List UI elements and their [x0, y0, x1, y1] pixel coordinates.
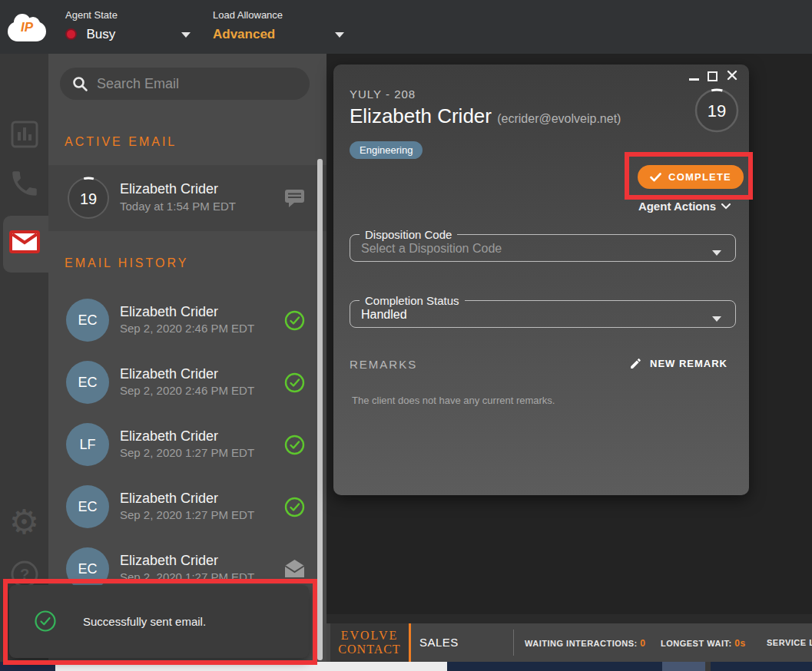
search-input[interactable] [60, 68, 310, 100]
history-name: Elizabeth Crider [120, 491, 218, 507]
load-allowance-caret-icon[interactable] [335, 32, 344, 38]
history-name: Elizabeth Crider [120, 304, 218, 320]
sidebar-item-dashboard[interactable] [0, 120, 48, 149]
agent-actions-menu[interactable]: Agent Actions [638, 200, 731, 213]
bar-chart-icon [10, 120, 39, 149]
agent-state-caret-icon[interactable] [181, 32, 191, 38]
completed-check-icon [284, 435, 305, 455]
divider [513, 630, 514, 656]
chat-bubble-icon [284, 189, 305, 208]
email-history-row[interactable]: EC Elizabeth Crider Sep 2, 2020 1:27 PM … [48, 476, 326, 538]
chevron-down-icon [721, 203, 731, 210]
history-time: Sep 2, 2020 1:27 PM EDT [120, 508, 254, 521]
logo-text: IP [8, 20, 46, 35]
client-email: (ecrider@evolveip.net) [497, 112, 621, 125]
stat-label: SERVICE LEV [767, 638, 812, 647]
brand-line1: EVOLVE [341, 629, 399, 643]
sidebar-item-email[interactable] [0, 230, 48, 254]
success-toast: Successfully sent email. [9, 585, 309, 658]
desktop-edge-strip [0, 662, 812, 671]
email-history-row[interactable]: LF Elizabeth Crider Sep 2, 2020 1:27 PM … [48, 414, 326, 476]
success-check-icon [34, 610, 57, 633]
phone-icon [8, 167, 41, 200]
panel-scrollbar[interactable] [317, 159, 323, 660]
waiting-interactions-stat: WAITING INTERACTIONS: 0 [525, 638, 646, 649]
active-email-timer-value: 19 [66, 190, 111, 208]
active-email-section-title: ACTIVE EMAIL [65, 135, 177, 149]
evolveip-cloud-logo: IP [8, 12, 46, 41]
active-email-timer-badge: 19 [66, 176, 111, 220]
evolve-contact-logo: EVOLVE CONTACT [330, 623, 409, 662]
email-history-row[interactable]: EC Elizabeth Crider Sep 2, 2020 2:46 PM … [48, 289, 326, 352]
complete-button[interactable]: COMPLETE [638, 165, 744, 189]
email-list-panel: ACTIVE EMAIL 19 Elizabeth Crider Today a… [48, 54, 326, 662]
active-email-time: Today at 1:54 PM EDT [120, 200, 236, 213]
completed-check-icon [284, 497, 305, 517]
completion-status-dropdown[interactable]: Completion Status Handled [350, 294, 736, 328]
stat-value: 0s [734, 638, 745, 649]
agent-actions-label: Agent Actions [638, 200, 716, 213]
toast-message: Successfully sent email. [83, 615, 206, 628]
completion-status-value: Handled [350, 307, 735, 322]
dropdown-caret-icon [712, 316, 721, 322]
complete-button-label: COMPLETE [668, 171, 731, 183]
supervisor-status-bar: EVOLVE CONTACT SALES WAITING INTERACTION… [326, 623, 812, 662]
email-history-section-title: EMAIL HISTORY [65, 256, 188, 270]
queue-label: YULY - 208 [350, 88, 416, 101]
dropdown-caret-icon [712, 250, 721, 256]
department-tag: Engineering [350, 141, 423, 159]
new-remark-button[interactable]: NEW REMARK [629, 357, 727, 370]
completed-check-icon [284, 310, 305, 331]
avatar: EC [66, 361, 109, 404]
close-icon[interactable] [727, 70, 737, 81]
agent-desktop-app: IP Agent State Busy Load Allowance Advan… [0, 0, 812, 671]
agent-state-value: Busy [86, 27, 115, 41]
svg-text:?: ? [19, 566, 28, 583]
statusbar-top-strip [326, 614, 812, 623]
sidebar-item-calls[interactable] [0, 167, 48, 200]
avatar: EC [66, 299, 109, 342]
history-name: Elizabeth Crider [120, 553, 218, 569]
interaction-timer-value: 19 [694, 101, 740, 121]
history-time: Sep 2, 2020 2:46 PM EDT [120, 384, 254, 397]
avatar: LF [66, 423, 109, 466]
remarks-empty-text: The client does not have any current rem… [352, 395, 555, 406]
remarks-section-title: REMARKS [350, 358, 417, 371]
active-email-name: Elizabeth Crider [120, 181, 218, 197]
check-icon [650, 173, 661, 182]
active-email-row[interactable]: 19 Elizabeth Crider Today at 1:54 PM EDT [48, 165, 326, 231]
interaction-timer-badge: 19 [694, 88, 740, 134]
avatar: EC [66, 547, 109, 590]
stat-label: WAITING INTERACTIONS: [525, 639, 638, 648]
maximize-icon[interactable] [708, 71, 718, 81]
brand-line2: CONTACT [338, 643, 400, 656]
interaction-card: YULY - 208 Elizabeth Crider (ecrider@evo… [333, 64, 749, 495]
minimize-icon[interactable] [689, 78, 699, 81]
top-bar: IP Agent State Busy Load Allowance Advan… [0, 0, 812, 54]
completed-check-icon [284, 372, 305, 393]
email-icon [8, 230, 41, 254]
agent-state-selector[interactable]: Agent State Busy [65, 9, 118, 42]
disposition-code-dropdown[interactable]: Disposition Code Select a Disposition Co… [350, 228, 736, 262]
avatar: EC [66, 485, 109, 528]
disposition-code-value: Select a Disposition Code [350, 241, 735, 256]
history-name: Elizabeth Crider [120, 428, 218, 445]
load-allowance-selector[interactable]: Load Allowance Advanced [213, 9, 283, 42]
opened-email-icon [284, 559, 305, 578]
agent-state-label: Agent State [65, 9, 118, 21]
sidebar-nav: ⚙ ? [0, 54, 48, 662]
service-level-stat: SERVICE LEV [767, 638, 812, 647]
history-time: Sep 2, 2020 1:27 PM EDT [120, 570, 254, 583]
orange-divider [409, 623, 411, 662]
pencil-icon [629, 357, 642, 370]
load-allowance-value: Advanced [213, 27, 283, 42]
email-history-row[interactable]: EC Elizabeth Crider Sep 2, 2020 2:46 PM … [48, 352, 326, 414]
client-name: Elizabeth Crider (ecrider@evolveip.net) [350, 104, 621, 128]
stat-value: 0 [640, 638, 645, 649]
sidebar-item-settings[interactable]: ⚙ [0, 505, 48, 539]
completion-status-label: Completion Status [360, 294, 465, 307]
disposition-code-label: Disposition Code [360, 228, 457, 241]
stat-label: LONGEST WAIT: [661, 639, 732, 648]
new-remark-label: NEW REMARK [650, 358, 727, 369]
busy-status-icon [65, 28, 77, 40]
